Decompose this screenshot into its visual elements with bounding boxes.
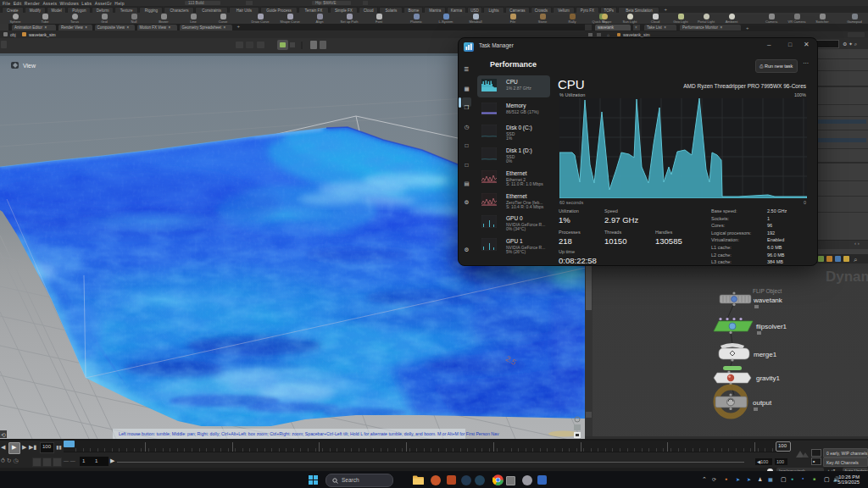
svg-text:Left mouse button: tumble; Mi: Left mouse button: tumble; Middle: pan; … bbox=[119, 431, 499, 436]
svg-text:Dynamic: Dynamic bbox=[826, 269, 868, 285]
svg-text:merge1: merge1 bbox=[754, 351, 777, 358]
svg-text:FLIP Object: FLIP Object bbox=[753, 288, 782, 295]
svg-text:wavetank: wavetank bbox=[753, 297, 783, 304]
svg-text:⟲: ⟲ bbox=[1, 432, 6, 438]
svg-text:gravity1: gravity1 bbox=[756, 374, 781, 382]
svg-text:flipsolver1: flipsolver1 bbox=[756, 323, 787, 330]
svg-text:⌕: ⌕ bbox=[854, 256, 857, 263]
svg-text:View: View bbox=[23, 63, 36, 69]
svg-text:output: output bbox=[753, 399, 772, 407]
